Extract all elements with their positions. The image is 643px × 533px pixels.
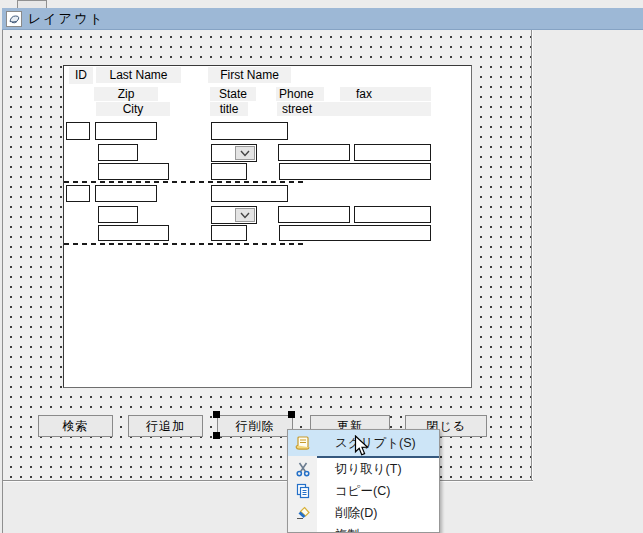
field-box-title[interactable] [211,163,247,180]
label-zip[interactable]: Zip [94,87,158,101]
add-row-button[interactable]: 行追加 [128,415,203,437]
label-fax[interactable]: fax [340,87,431,101]
label-phone[interactable]: Phone [276,87,324,101]
delete-row-button[interactable]: 行削除 [217,415,293,437]
field-box-street[interactable] [279,163,431,180]
field-box-fax[interactable] [354,206,431,223]
script-icon [288,435,317,451]
layout-designer-window: { "window": { "title": "レイアウト" }, "form"… [0,0,643,533]
cut-icon [288,461,317,477]
field-box-city[interactable] [98,163,169,180]
search-button[interactable]: 検索 [38,415,113,437]
layout-window-icon [6,11,22,27]
field-box-first-name[interactable] [211,185,288,202]
chevron-down-icon [239,147,251,159]
selection-handle[interactable] [213,432,220,439]
row-separator-dashed-line [64,181,304,183]
field-combo-state[interactable] [211,206,257,224]
label-first-name[interactable]: First Name [208,67,291,83]
label-last-name[interactable]: Last Name [96,67,181,83]
field-box-street[interactable] [279,225,431,241]
field-box-title[interactable] [211,225,247,241]
menu-item-duplicate[interactable]: 複製 [288,524,439,533]
combo-dropdown-button[interactable] [235,146,255,160]
design-page-bottom-edge [3,480,533,482]
window-top-strip [0,0,643,8]
field-box-zip[interactable] [98,144,138,161]
selection-handle[interactable] [288,411,295,418]
window-title: レイアウト [28,10,105,28]
label-id[interactable]: ID [69,67,93,84]
field-box-phone[interactable] [278,144,350,161]
combo-dropdown-button[interactable] [235,208,255,222]
field-box-last-name[interactable] [95,122,157,140]
field-box-phone[interactable] [278,206,350,223]
field-box-id[interactable] [66,185,90,202]
field-box-id[interactable] [66,122,90,140]
field-box-last-name[interactable] [95,185,157,202]
row-separator-dashed-line [64,243,304,245]
eraser-icon [288,505,317,521]
mouse-cursor [354,435,369,457]
label-city[interactable]: City [96,102,170,116]
field-box-city[interactable] [98,225,169,241]
field-box-first-name[interactable] [211,122,288,140]
selection-handle[interactable] [213,411,220,418]
field-box-fax[interactable] [354,144,431,161]
menu-item-cut[interactable]: 切り取り(T) [288,458,439,480]
field-box-zip[interactable] [98,206,138,223]
field-combo-state[interactable] [211,144,257,162]
label-state[interactable]: State [210,87,256,101]
title-bar[interactable]: レイアウト [2,8,643,30]
design-page-right-edge [531,30,533,482]
label-title[interactable]: title [210,102,248,116]
copy-icon [288,483,317,499]
menu-item-delete[interactable]: 削除(D) [288,502,439,524]
menu-item-copy[interactable]: コピー(C) [288,480,439,502]
chevron-down-icon [239,209,251,221]
label-street[interactable]: street [277,102,431,116]
